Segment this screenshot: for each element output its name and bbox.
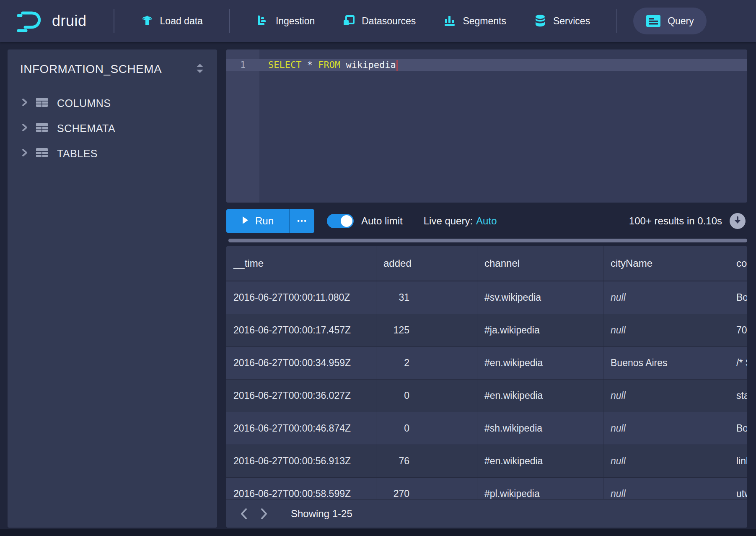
sql-text: * [301, 60, 318, 70]
cell-__time[interactable]: 2016-06-27T00:00:58.599Z [226, 478, 376, 499]
nav-item-label: Datasources [362, 16, 416, 27]
cell-channel[interactable]: #ja.wikipedia [477, 314, 603, 346]
cell-comment[interactable]: link [729, 445, 747, 477]
tree-item-label: SCHEMATA [57, 122, 115, 135]
toggle-knob [341, 215, 352, 227]
download-results-button[interactable] [730, 213, 746, 229]
nav-item-query[interactable]: Query [633, 8, 707, 34]
cell-channel[interactable]: #sv.wikipedia [477, 281, 603, 314]
line-number: 1 [226, 59, 259, 71]
cell-__time[interactable]: 2016-06-27T00:00:56.913Z [226, 445, 376, 477]
nav-item-ingestion[interactable]: Ingestion [243, 0, 329, 42]
services-icon [534, 14, 546, 28]
run-button[interactable]: Run [226, 209, 289, 233]
tree-item-columns[interactable]: COLUMNS [8, 91, 217, 116]
tree-item-tables[interactable]: TABLES [8, 141, 217, 166]
cell-comment[interactable]: 70: [729, 314, 747, 346]
sql-keyword: SELECT [268, 60, 301, 70]
cell-comment[interactable]: Bot [729, 281, 747, 314]
table-row: 2016-06-27T00:00:34.959Z2#en.wikipediaBu… [226, 347, 747, 380]
ingestion-icon [256, 15, 269, 27]
horizontal-scrollbar[interactable] [228, 239, 747, 242]
cell-cityName[interactable]: null [603, 445, 729, 477]
cell-__time[interactable]: 2016-06-27T00:00:34.959Z [226, 347, 376, 379]
play-icon [242, 215, 249, 227]
cell-added[interactable]: 2 [376, 347, 477, 379]
cell-__time[interactable]: 2016-06-27T00:00:11.080Z [226, 281, 376, 314]
results-body: 2016-06-27T00:00:11.080Z31#sv.wikipedian… [226, 281, 747, 499]
column-header-channel[interactable]: channel [477, 246, 603, 281]
schema-sidebar: INFORMATION_SCHEMA [8, 49, 217, 528]
cell-added[interactable]: 270 [376, 478, 477, 499]
prev-page-button[interactable] [234, 504, 254, 524]
sql-code-line[interactable]: SELECT * FROM wikipedia [268, 59, 398, 71]
next-page-button[interactable] [254, 504, 274, 524]
cell-cityName[interactable]: null [603, 478, 729, 499]
nav-divider [114, 9, 114, 33]
schema-tree: COLUMNS SCHEMATA [8, 91, 217, 166]
cell-channel[interactable]: #en.wikipedia [477, 347, 603, 379]
cell-comment[interactable]: /* S [729, 347, 747, 379]
bottom-strip [0, 529, 756, 536]
nav-item-datasources[interactable]: Datasources [329, 0, 430, 42]
cell-added[interactable]: 125 [376, 314, 477, 346]
cell-cityName[interactable]: null [603, 314, 729, 346]
brand[interactable]: druid [17, 10, 87, 32]
cell-cityName[interactable]: Buenos Aires [603, 347, 729, 379]
nav-item-load-data[interactable]: Load data [127, 0, 217, 42]
table-row: 2016-06-27T00:00:17.457Z125#ja.wikipedia… [226, 314, 747, 347]
auto-limit-label: Auto limit [361, 215, 403, 227]
table-row: 2016-06-27T00:00:46.874Z0#sh.wikipedianu… [226, 412, 747, 445]
cell-__time[interactable]: 2016-06-27T00:00:17.457Z [226, 314, 376, 346]
table-icon [35, 96, 49, 110]
cell-comment[interactable]: sta [729, 380, 747, 412]
cell-channel[interactable]: #en.wikipedia [477, 380, 603, 412]
nav-item-services[interactable]: Services [520, 0, 604, 42]
results-summary: 100+ results in 0.10s [629, 215, 722, 227]
cell-added[interactable]: 76 [376, 445, 477, 477]
results-table: __timeaddedchannelcityNamecomment 2016-0… [226, 246, 747, 528]
cell-cityName[interactable]: null [603, 412, 729, 445]
druid-logo-icon [17, 10, 44, 32]
nav-item-segments[interactable]: Segments [430, 0, 520, 42]
sql-editor[interactable]: 1 SELECT * FROM wikipedia [226, 49, 747, 203]
table-row: 2016-06-27T00:00:36.027Z0#en.wikipedianu… [226, 380, 747, 412]
table-icon [35, 122, 49, 135]
cell-added[interactable]: 0 [376, 412, 477, 445]
results-footer: Showing 1-25 [226, 499, 747, 528]
cell-__time[interactable]: 2016-06-27T00:00:36.027Z [226, 380, 376, 412]
druid-console: druid Load data Ingestion [0, 0, 756, 536]
query-toolbar: Run ••• Auto limit Live query:Auto 100+ … [226, 208, 747, 234]
column-header-cityName[interactable]: cityName [603, 246, 729, 281]
table-row: 2016-06-27T00:00:11.080Z31#sv.wikipedian… [226, 281, 747, 314]
sql-table-name: wikipedia [340, 60, 396, 70]
cell-added[interactable]: 31 [376, 281, 477, 314]
auto-limit-toggle[interactable] [327, 214, 354, 228]
cell-cityName[interactable]: null [603, 380, 729, 412]
sort-icon[interactable] [194, 62, 205, 76]
cell-comment[interactable]: Bot [729, 412, 747, 445]
cell-channel[interactable]: #pl.wikipedia [477, 478, 603, 499]
tree-item-schemata[interactable]: SCHEMATA [8, 116, 217, 141]
cell-added[interactable]: 0 [376, 380, 477, 412]
cell-cityName[interactable]: null [603, 281, 729, 314]
live-query-value[interactable]: Auto [476, 215, 497, 226]
schema-title: INFORMATION_SCHEMA [20, 62, 162, 76]
chevron-right-icon [21, 148, 28, 159]
more-icon: ••• [297, 217, 307, 225]
cell-__time[interactable]: 2016-06-27T00:00:46.874Z [226, 412, 376, 445]
tree-item-label: COLUMNS [57, 97, 111, 109]
column-header-comment[interactable]: comment [729, 246, 747, 281]
column-header-__time[interactable]: __time [226, 246, 376, 281]
column-header-added[interactable]: added [376, 246, 477, 281]
datasources-icon [342, 15, 355, 27]
text-cursor [396, 60, 398, 71]
live-query: Live query:Auto [424, 215, 497, 227]
cell-comment[interactable]: utw [729, 478, 747, 499]
cell-channel[interactable]: #sh.wikipedia [477, 412, 603, 445]
cell-channel[interactable]: #en.wikipedia [477, 445, 603, 477]
run-more-button[interactable]: ••• [289, 209, 314, 233]
nav-item-label: Ingestion [276, 16, 315, 27]
run-button-label: Run [255, 215, 274, 227]
showing-range: Showing 1-25 [291, 508, 352, 520]
